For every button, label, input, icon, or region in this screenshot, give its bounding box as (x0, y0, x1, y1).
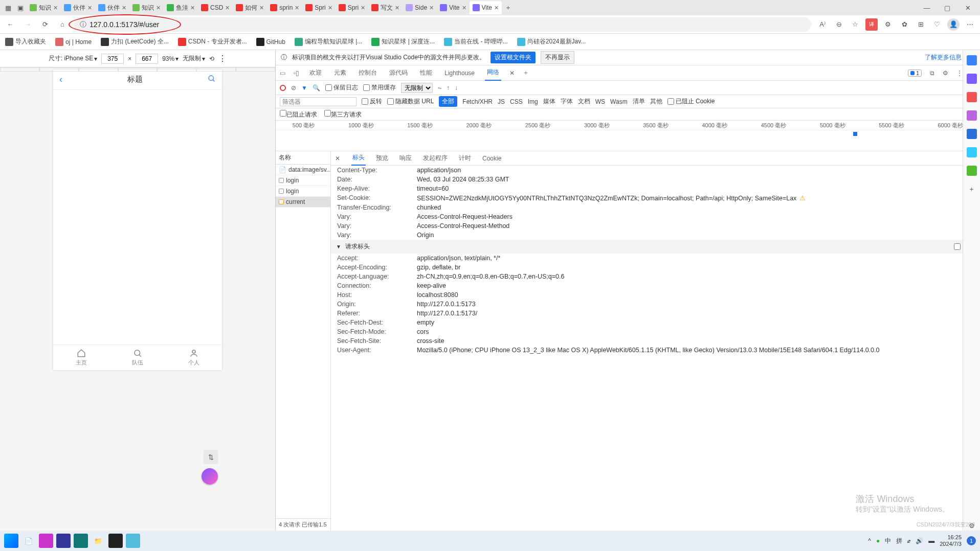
throttle-select[interactable]: 无限制 (401, 83, 433, 93)
volume-icon[interactable]: 🔊 (916, 537, 923, 544)
send-rail-icon[interactable] (967, 147, 977, 157)
browser-tab[interactable]: Spri✕ (302, 1, 335, 14)
tab-close-icon[interactable]: ✕ (509, 70, 515, 77)
wifi-icon[interactable]: ⸙ (907, 537, 910, 544)
tabbar-item[interactable]: 主页 (53, 345, 109, 370)
browser-tab[interactable]: 知识✕ (27, 1, 61, 14)
bookmark-item[interactable]: 知识星球 | 深度连... (371, 37, 435, 46)
link-icon[interactable]: ⧉ (930, 70, 934, 77)
tabbar-item[interactable]: 队伍 (109, 345, 166, 370)
browser-tab[interactable]: 伙伴✕ (61, 1, 95, 14)
taskbar-app1[interactable] (39, 534, 53, 548)
resource-type-filter[interactable]: 文档 (578, 97, 590, 106)
clear-icon[interactable]: ⊘ (291, 84, 296, 91)
more-icon[interactable]: ⋮ (956, 70, 963, 77)
browser-tab[interactable]: Vite✕ (437, 1, 469, 14)
favorites-bar-icon[interactable]: ✿ (898, 18, 910, 31)
browser-tab[interactable]: Spri✕ (336, 1, 368, 14)
bookmark-item[interactable]: 编程导航知识星球 |... (295, 37, 362, 46)
resource-type-filter[interactable]: 全部 (439, 96, 457, 107)
devtools-tab[interactable]: 控制台 (357, 65, 379, 80)
resource-type-filter[interactable]: 字体 (561, 97, 573, 106)
start-button[interactable] (4, 534, 18, 548)
shopping-rail-icon[interactable] (967, 92, 977, 102)
browser-tab[interactable]: 如何✕ (233, 1, 267, 14)
bookmark-item[interactable]: 当前在线 - 哔哩哔... (444, 37, 508, 46)
taskbar-notepad[interactable] (126, 534, 140, 548)
browser-tab[interactable]: Vite✕ (470, 1, 502, 14)
browser-tab[interactable]: CSD✕ (198, 1, 233, 14)
detail-tab[interactable]: 计时 (458, 151, 472, 165)
bookmark-item[interactable]: 尚硅谷2024最新Jav... (517, 37, 586, 46)
devtools-tab[interactable]: 网络 (485, 65, 501, 81)
disable-cache-checkbox[interactable]: 禁用缓存 (363, 83, 396, 92)
bookmark-item[interactable]: oj | Home (55, 38, 92, 46)
search-icon[interactable]: 🔍 (313, 84, 320, 91)
filter-icon[interactable]: ▼ (301, 84, 307, 91)
blocked-requests-checkbox[interactable]: 已阻止请求 (280, 110, 317, 119)
app-back-icon[interactable]: ‹ (59, 74, 62, 85)
window-minimize[interactable]: — (917, 1, 937, 15)
taskbar-explorer[interactable]: 📄 (21, 534, 36, 548)
resource-type-filter[interactable]: 清单 (633, 97, 645, 106)
outlook-rail-icon[interactable] (967, 129, 977, 139)
resource-type-filter[interactable]: CSS (510, 98, 523, 105)
set-root-button[interactable]: 设置根文件夹 (491, 52, 536, 63)
issues-badge[interactable]: 1 (908, 70, 922, 77)
browser-tab[interactable]: Side✕ (403, 1, 437, 14)
tray-clock[interactable]: 16:25 2024/7/3 (940, 534, 962, 547)
resource-type-filter[interactable]: Fetch/XHR (462, 98, 493, 105)
browser-tab[interactable]: 鱼洼✕ (164, 1, 198, 14)
float-brain-icon[interactable] (202, 468, 218, 485)
zoom-selector[interactable]: 93% ▾ (162, 55, 179, 62)
taskbar-app2[interactable] (56, 534, 71, 548)
request-row[interactable]: login (276, 175, 330, 186)
preserve-log-checkbox[interactable]: 保留日志 (325, 83, 358, 92)
tray-chevron-icon[interactable]: ^ (868, 537, 871, 544)
download-icon[interactable]: ↓ (455, 84, 458, 91)
detail-tab[interactable]: 发起程序 (422, 151, 449, 165)
learn-more-link[interactable]: 了解更多信息 (925, 53, 962, 62)
network-timeline[interactable]: 500 毫秒1000 毫秒1500 毫秒2000 毫秒2500 毫秒3000 毫… (276, 121, 980, 151)
devtools-tab[interactable]: 欢迎 (307, 65, 324, 80)
browser-tab[interactable]: sprin✕ (267, 1, 302, 14)
resource-type-filter[interactable]: Wasm (610, 98, 628, 105)
browser-tab[interactable]: 知识✕ (129, 1, 164, 14)
dismiss-button[interactable]: 不再显示 (541, 51, 574, 64)
notifications-icon[interactable]: 1 (967, 536, 976, 545)
tabbar-item[interactable]: 个人 (166, 345, 222, 370)
name-column-header[interactable]: 名称 (276, 151, 330, 165)
float-tool-icon[interactable]: ⇅ (204, 450, 218, 464)
detail-tab[interactable]: 标头 (351, 151, 366, 166)
throttle-selector[interactable]: 无限制 ▾ (183, 54, 205, 63)
filter-input[interactable] (280, 97, 357, 106)
add-rail-icon[interactable]: ＋ (967, 184, 977, 194)
settings-icon[interactable]: ⚙ (943, 70, 948, 77)
device-height-input[interactable] (136, 54, 158, 64)
request-row[interactable]: login (276, 186, 330, 197)
bookmark-item[interactable]: CSDN - 专业开发者... (178, 37, 247, 46)
browser-tab[interactable]: 伙伴✕ (95, 1, 129, 14)
detail-tab[interactable]: 响应 (398, 151, 413, 165)
blocked-cookie-checkbox[interactable]: 已阻止 Cookie (667, 97, 715, 106)
home-button[interactable]: ⌂ (56, 18, 69, 31)
device-toggle-icon[interactable]: ▫▯ (294, 70, 299, 77)
devtools-tab[interactable]: 元素 (332, 65, 348, 80)
browser-tab[interactable]: 写文✕ (368, 1, 403, 14)
window-maximize[interactable]: ▢ (937, 1, 957, 15)
device-selector[interactable]: 尺寸: iPhone SE ▾ (49, 54, 97, 63)
search-rail-icon[interactable] (967, 55, 977, 65)
devtools-tab[interactable]: Lighthouse (442, 66, 477, 80)
battery-icon[interactable]: ▬ (928, 537, 934, 544)
request-row[interactable]: 📄data:image/sv... (276, 165, 330, 175)
resource-type-filter[interactable]: WS (595, 98, 605, 105)
person-rail-icon[interactable] (967, 110, 977, 121)
tag-rail-icon[interactable] (967, 74, 977, 84)
request-headers-section[interactable]: ▼请求标头原始 (331, 240, 980, 254)
new-tab-button[interactable]: ＋ (503, 3, 513, 13)
request-row[interactable]: current (276, 197, 330, 208)
third-party-checkbox[interactable]: 第三方请求 (324, 110, 362, 119)
detail-tab[interactable]: 预览 (375, 151, 389, 165)
browser-essentials-icon[interactable]: ♡ (931, 18, 943, 31)
device-width-input[interactable] (101, 54, 124, 64)
